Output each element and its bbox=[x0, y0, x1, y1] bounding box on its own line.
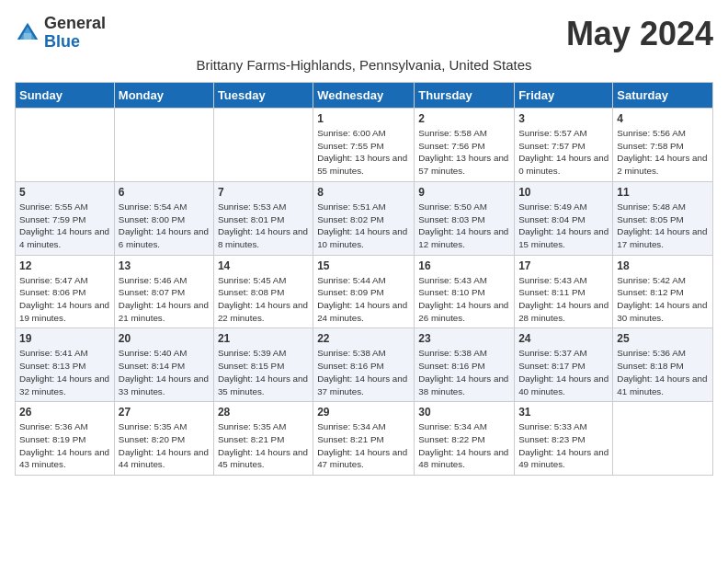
calendar-cell: 17Sunrise: 5:43 AM Sunset: 8:11 PM Dayli… bbox=[515, 255, 613, 328]
day-info: Sunrise: 5:38 AM Sunset: 8:16 PM Dayligh… bbox=[317, 347, 410, 397]
calendar-cell: 24Sunrise: 5:37 AM Sunset: 8:17 PM Dayli… bbox=[515, 328, 613, 402]
day-number: 8 bbox=[317, 186, 410, 199]
day-number: 27 bbox=[119, 406, 210, 419]
calendar-week-2: 5Sunrise: 5:55 AM Sunset: 7:59 PM Daylig… bbox=[16, 181, 713, 255]
calendar-header-saturday: Saturday bbox=[613, 83, 713, 109]
day-number: 1 bbox=[317, 112, 410, 125]
calendar-header-tuesday: Tuesday bbox=[213, 83, 313, 109]
calendar-cell: 16Sunrise: 5:43 AM Sunset: 8:10 PM Dayli… bbox=[415, 255, 515, 328]
day-info: Sunrise: 5:47 AM Sunset: 8:06 PM Dayligh… bbox=[19, 274, 110, 325]
day-info: Sunrise: 5:54 AM Sunset: 8:00 PM Dayligh… bbox=[119, 201, 210, 251]
day-number: 16 bbox=[418, 259, 510, 272]
calendar-cell bbox=[16, 109, 115, 182]
day-info: Sunrise: 5:37 AM Sunset: 8:17 PM Dayligh… bbox=[518, 347, 609, 397]
day-number: 17 bbox=[518, 259, 609, 272]
calendar-header-thursday: Thursday bbox=[415, 83, 515, 109]
day-number: 25 bbox=[617, 332, 709, 345]
day-info: Sunrise: 5:57 AM Sunset: 7:57 PM Dayligh… bbox=[518, 127, 609, 178]
day-number: 5 bbox=[19, 186, 110, 199]
day-number: 13 bbox=[119, 259, 210, 272]
day-info: Sunrise: 5:43 AM Sunset: 8:11 PM Dayligh… bbox=[518, 274, 609, 325]
calendar-cell: 9Sunrise: 5:50 AM Sunset: 8:03 PM Daylig… bbox=[415, 181, 515, 255]
calendar-cell: 28Sunrise: 5:35 AM Sunset: 8:21 PM Dayli… bbox=[213, 402, 313, 476]
calendar-cell: 31Sunrise: 5:33 AM Sunset: 8:23 PM Dayli… bbox=[515, 402, 613, 476]
calendar-header-wednesday: Wednesday bbox=[313, 83, 415, 109]
day-info: Sunrise: 5:38 AM Sunset: 8:16 PM Dayligh… bbox=[418, 347, 510, 397]
calendar-cell: 15Sunrise: 5:44 AM Sunset: 8:09 PM Dayli… bbox=[313, 255, 415, 328]
day-number: 12 bbox=[19, 259, 110, 272]
calendar-cell: 21Sunrise: 5:39 AM Sunset: 8:15 PM Dayli… bbox=[213, 328, 313, 402]
day-number: 20 bbox=[119, 332, 210, 345]
day-number: 22 bbox=[317, 332, 410, 345]
calendar-cell bbox=[213, 109, 313, 182]
calendar-header-friday: Friday bbox=[515, 83, 613, 109]
calendar-header-sunday: Sunday bbox=[16, 83, 115, 109]
day-info: Sunrise: 5:43 AM Sunset: 8:10 PM Dayligh… bbox=[418, 274, 510, 325]
day-info: Sunrise: 5:42 AM Sunset: 8:12 PM Dayligh… bbox=[617, 274, 709, 325]
day-info: Sunrise: 5:40 AM Sunset: 8:14 PM Dayligh… bbox=[119, 347, 210, 397]
calendar-header-monday: Monday bbox=[114, 83, 213, 109]
calendar-cell: 2Sunrise: 5:58 AM Sunset: 7:56 PM Daylig… bbox=[415, 109, 515, 182]
calendar-cell: 12Sunrise: 5:47 AM Sunset: 8:06 PM Dayli… bbox=[16, 255, 115, 328]
day-info: Sunrise: 5:35 AM Sunset: 8:20 PM Dayligh… bbox=[119, 420, 210, 471]
day-info: Sunrise: 5:44 AM Sunset: 8:09 PM Dayligh… bbox=[317, 274, 410, 325]
day-number: 9 bbox=[418, 186, 510, 199]
calendar-table: SundayMondayTuesdayWednesdayThursdayFrid… bbox=[15, 82, 713, 476]
calendar-cell: 26Sunrise: 5:36 AM Sunset: 8:19 PM Dayli… bbox=[16, 402, 115, 476]
day-number: 31 bbox=[518, 406, 609, 419]
day-info: Sunrise: 5:56 AM Sunset: 7:58 PM Dayligh… bbox=[617, 127, 709, 178]
day-info: Sunrise: 5:55 AM Sunset: 7:59 PM Dayligh… bbox=[19, 201, 110, 251]
day-info: Sunrise: 5:46 AM Sunset: 8:07 PM Dayligh… bbox=[119, 274, 210, 325]
calendar-cell: 19Sunrise: 5:41 AM Sunset: 8:13 PM Dayli… bbox=[16, 328, 115, 402]
calendar-cell: 10Sunrise: 5:49 AM Sunset: 8:04 PM Dayli… bbox=[515, 181, 613, 255]
calendar-cell: 5Sunrise: 5:55 AM Sunset: 7:59 PM Daylig… bbox=[16, 181, 115, 255]
svg-rect-2 bbox=[24, 33, 31, 40]
calendar-cell: 13Sunrise: 5:46 AM Sunset: 8:07 PM Dayli… bbox=[114, 255, 213, 328]
day-info: Sunrise: 5:39 AM Sunset: 8:15 PM Dayligh… bbox=[218, 347, 309, 397]
calendar-week-1: 1Sunrise: 6:00 AM Sunset: 7:55 PM Daylig… bbox=[16, 109, 713, 182]
month-title: May 2024 bbox=[566, 15, 713, 53]
day-number: 14 bbox=[218, 259, 309, 272]
calendar-cell: 4Sunrise: 5:56 AM Sunset: 7:58 PM Daylig… bbox=[613, 109, 713, 182]
calendar-cell: 6Sunrise: 5:54 AM Sunset: 8:00 PM Daylig… bbox=[114, 181, 213, 255]
logo: General Blue bbox=[15, 15, 106, 52]
day-info: Sunrise: 5:34 AM Sunset: 8:22 PM Dayligh… bbox=[418, 420, 510, 471]
calendar-week-3: 12Sunrise: 5:47 AM Sunset: 8:06 PM Dayli… bbox=[16, 255, 713, 328]
day-number: 15 bbox=[317, 259, 410, 272]
day-info: Sunrise: 5:34 AM Sunset: 8:21 PM Dayligh… bbox=[317, 420, 410, 471]
day-info: Sunrise: 5:35 AM Sunset: 8:21 PM Dayligh… bbox=[218, 420, 309, 471]
calendar-cell: 3Sunrise: 5:57 AM Sunset: 7:57 PM Daylig… bbox=[515, 109, 613, 182]
calendar-cell bbox=[613, 402, 713, 476]
day-number: 6 bbox=[119, 186, 210, 199]
calendar-cell: 18Sunrise: 5:42 AM Sunset: 8:12 PM Dayli… bbox=[613, 255, 713, 328]
calendar-subtitle: Brittany Farms-Highlands, Pennsylvania, … bbox=[15, 57, 713, 73]
day-number: 10 bbox=[518, 186, 609, 199]
day-number: 28 bbox=[218, 406, 309, 419]
day-info: Sunrise: 5:53 AM Sunset: 8:01 PM Dayligh… bbox=[218, 201, 309, 251]
calendar-cell: 8Sunrise: 5:51 AM Sunset: 8:02 PM Daylig… bbox=[313, 181, 415, 255]
day-info: Sunrise: 5:51 AM Sunset: 8:02 PM Dayligh… bbox=[317, 201, 410, 251]
day-info: Sunrise: 6:00 AM Sunset: 7:55 PM Dayligh… bbox=[317, 127, 410, 178]
calendar-cell: 25Sunrise: 5:36 AM Sunset: 8:18 PM Dayli… bbox=[613, 328, 713, 402]
day-info: Sunrise: 5:48 AM Sunset: 8:05 PM Dayligh… bbox=[617, 201, 709, 251]
calendar-cell: 11Sunrise: 5:48 AM Sunset: 8:05 PM Dayli… bbox=[613, 181, 713, 255]
logo-icon bbox=[15, 20, 40, 46]
calendar-cell: 22Sunrise: 5:38 AM Sunset: 8:16 PM Dayli… bbox=[313, 328, 415, 402]
day-number: 11 bbox=[617, 186, 709, 199]
calendar-week-5: 26Sunrise: 5:36 AM Sunset: 8:19 PM Dayli… bbox=[16, 402, 713, 476]
calendar-cell: 27Sunrise: 5:35 AM Sunset: 8:20 PM Dayli… bbox=[114, 402, 213, 476]
logo-text: General Blue bbox=[44, 15, 106, 52]
day-info: Sunrise: 5:49 AM Sunset: 8:04 PM Dayligh… bbox=[518, 201, 609, 251]
calendar-cell: 23Sunrise: 5:38 AM Sunset: 8:16 PM Dayli… bbox=[415, 328, 515, 402]
day-number: 21 bbox=[218, 332, 309, 345]
day-number: 3 bbox=[518, 112, 609, 125]
day-info: Sunrise: 5:50 AM Sunset: 8:03 PM Dayligh… bbox=[418, 201, 510, 251]
calendar-cell: 29Sunrise: 5:34 AM Sunset: 8:21 PM Dayli… bbox=[313, 402, 415, 476]
day-number: 7 bbox=[218, 186, 309, 199]
calendar-cell: 1Sunrise: 6:00 AM Sunset: 7:55 PM Daylig… bbox=[313, 109, 415, 182]
calendar-header-row: SundayMondayTuesdayWednesdayThursdayFrid… bbox=[16, 83, 713, 109]
calendar-week-4: 19Sunrise: 5:41 AM Sunset: 8:13 PM Dayli… bbox=[16, 328, 713, 402]
day-number: 24 bbox=[518, 332, 609, 345]
day-number: 23 bbox=[418, 332, 510, 345]
day-info: Sunrise: 5:41 AM Sunset: 8:13 PM Dayligh… bbox=[19, 347, 110, 397]
